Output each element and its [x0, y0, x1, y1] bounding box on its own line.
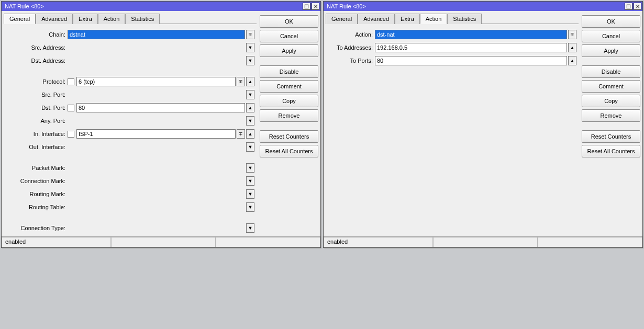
connection-type-expand-icon[interactable]: ▼	[246, 223, 254, 233]
row-dst-port: Dst. Port: 80 ▲	[5, 103, 256, 113]
row-action: Action: dst-nat ∓	[327, 29, 578, 40]
status-text: enabled	[2, 237, 111, 247]
nat-rule-window-general: NAT Rule <80> ☐ ✕ General Advanced Extra…	[1, 1, 321, 248]
status-cell-3	[538, 237, 642, 247]
reset-all-counters-button[interactable]: Reset All Counters	[582, 145, 640, 157]
dst-port-input[interactable]: 80	[76, 103, 245, 112]
status-text: enabled	[324, 237, 433, 247]
status-cell-3	[216, 237, 320, 247]
connection-type-label: Connection Type:	[5, 225, 68, 231]
copy-button[interactable]: Copy	[260, 95, 318, 107]
window-title: NAT Rule <80>	[5, 3, 302, 9]
titlebar[interactable]: NAT Rule <80> ☐ ✕	[2, 2, 320, 11]
tab-general[interactable]: General	[4, 14, 36, 24]
out-interface-expand-icon[interactable]: ▼	[246, 142, 254, 152]
maximize-icon[interactable]: ☐	[625, 3, 632, 10]
ok-button[interactable]: OK	[260, 15, 318, 28]
maximize-icon[interactable]: ☐	[303, 3, 310, 10]
protocol-dropdown-icon[interactable]: ∓	[237, 77, 245, 86]
protocol-collapse-icon[interactable]: ▲	[246, 77, 254, 86]
tab-general[interactable]: General	[326, 14, 358, 24]
tab-advanced[interactable]: Advanced	[358, 14, 395, 24]
tab-action[interactable]: Action	[98, 14, 126, 24]
dst-address-expand-icon[interactable]: ▼	[246, 56, 254, 65]
remove-button[interactable]: Remove	[582, 109, 640, 122]
connection-mark-label: Connection Mark:	[5, 178, 68, 184]
out-interface-label: Out. Interface:	[5, 144, 68, 150]
comment-button[interactable]: Comment	[260, 80, 318, 93]
src-address-expand-icon[interactable]: ▼	[246, 43, 254, 52]
action-button-panel: OK Cancel Apply Disable Comment Copy Rem…	[260, 13, 318, 234]
row-connection-type: Connection Type: ▼	[5, 223, 256, 233]
in-interface-invert-checkbox[interactable]	[68, 131, 74, 138]
packet-mark-expand-icon[interactable]: ▼	[246, 163, 254, 173]
chain-input[interactable]: dstnat	[68, 30, 245, 39]
chain-label: Chain:	[5, 31, 68, 38]
row-chain: Chain: dstnat ∓	[5, 29, 256, 40]
packet-mark-label: Packet Mark:	[5, 165, 68, 171]
reset-counters-button[interactable]: Reset Counters	[582, 130, 640, 143]
remove-button[interactable]: Remove	[260, 109, 318, 122]
protocol-invert-checkbox[interactable]	[68, 78, 74, 85]
row-any-port: Any. Port: ▼	[5, 116, 256, 126]
in-interface-dropdown-icon[interactable]: ∓	[237, 129, 245, 139]
row-routing-mark: Routing Mark: ▼	[5, 189, 256, 199]
connection-mark-expand-icon[interactable]: ▼	[246, 176, 254, 186]
row-src-address: Src. Address: ▼	[5, 42, 256, 53]
apply-button[interactable]: Apply	[260, 44, 318, 57]
row-routing-table: Routing Table: ▼	[5, 202, 256, 212]
src-port-expand-icon[interactable]: ▼	[246, 90, 254, 99]
window-title: NAT Rule <80>	[327, 3, 624, 9]
row-out-interface: Out. Interface: ▼	[5, 142, 256, 152]
tab-extra[interactable]: Extra	[395, 14, 420, 24]
to-ports-input[interactable]: 80	[375, 56, 567, 65]
to-addresses-label: To Addresses:	[327, 44, 375, 51]
any-port-label: Any. Port:	[5, 118, 68, 124]
reset-counters-button[interactable]: Reset Counters	[260, 130, 318, 143]
cancel-button[interactable]: Cancel	[582, 30, 640, 42]
statusbar: enabled	[324, 236, 642, 247]
titlebar[interactable]: NAT Rule <80> ☐ ✕	[324, 2, 642, 11]
routing-mark-label: Routing Mark:	[5, 191, 68, 197]
copy-button[interactable]: Copy	[582, 95, 640, 107]
to-addresses-collapse-icon[interactable]: ▲	[568, 43, 576, 52]
close-icon[interactable]: ✕	[312, 3, 319, 10]
any-port-expand-icon[interactable]: ▼	[246, 116, 254, 126]
close-icon[interactable]: ✕	[634, 3, 641, 10]
disable-button[interactable]: Disable	[582, 65, 640, 78]
row-in-interface: In. Interface: ISP-1 ∓ ▲	[5, 129, 256, 139]
dst-port-label: Dst. Port:	[5, 105, 68, 111]
row-packet-mark: Packet Mark: ▼	[5, 163, 256, 173]
reset-all-counters-button[interactable]: Reset All Counters	[260, 145, 318, 157]
row-connection-mark: Connection Mark: ▼	[5, 176, 256, 186]
chain-dropdown-icon[interactable]: ∓	[246, 30, 254, 39]
action-input[interactable]: dst-nat	[375, 30, 567, 39]
tab-extra[interactable]: Extra	[73, 14, 98, 24]
nat-rule-window-action: NAT Rule <80> ☐ ✕ General Advanced Extra…	[323, 1, 643, 248]
tab-statistics[interactable]: Statistics	[125, 14, 160, 24]
tab-action[interactable]: Action	[420, 14, 448, 24]
to-addresses-input[interactable]: 192.168.0.5	[375, 43, 567, 52]
cancel-button[interactable]: Cancel	[260, 30, 318, 42]
disable-button[interactable]: Disable	[260, 65, 318, 78]
tab-advanced[interactable]: Advanced	[36, 14, 73, 24]
src-address-label: Src. Address:	[5, 44, 68, 51]
protocol-label: Protocol:	[5, 78, 68, 85]
routing-table-expand-icon[interactable]: ▼	[246, 202, 254, 212]
dst-port-invert-checkbox[interactable]	[68, 105, 74, 111]
protocol-input[interactable]: 6 (tcp)	[76, 77, 236, 86]
to-ports-label: To Ports:	[327, 58, 375, 64]
tab-statistics[interactable]: Statistics	[447, 14, 482, 24]
apply-button[interactable]: Apply	[582, 44, 640, 57]
comment-button[interactable]: Comment	[582, 80, 640, 93]
action-dropdown-icon[interactable]: ∓	[568, 30, 576, 39]
dst-port-collapse-icon[interactable]: ▲	[246, 103, 254, 112]
in-interface-collapse-icon[interactable]: ▲	[246, 129, 254, 139]
ok-button[interactable]: OK	[582, 15, 640, 28]
action-button-panel: OK Cancel Apply Disable Comment Copy Rem…	[582, 13, 640, 234]
routing-mark-expand-icon[interactable]: ▼	[246, 189, 254, 199]
in-interface-input[interactable]: ISP-1	[76, 129, 236, 139]
to-ports-collapse-icon[interactable]: ▲	[568, 56, 576, 65]
row-src-port: Src. Port: ▼	[5, 89, 256, 100]
src-port-label: Src. Port:	[5, 92, 68, 98]
